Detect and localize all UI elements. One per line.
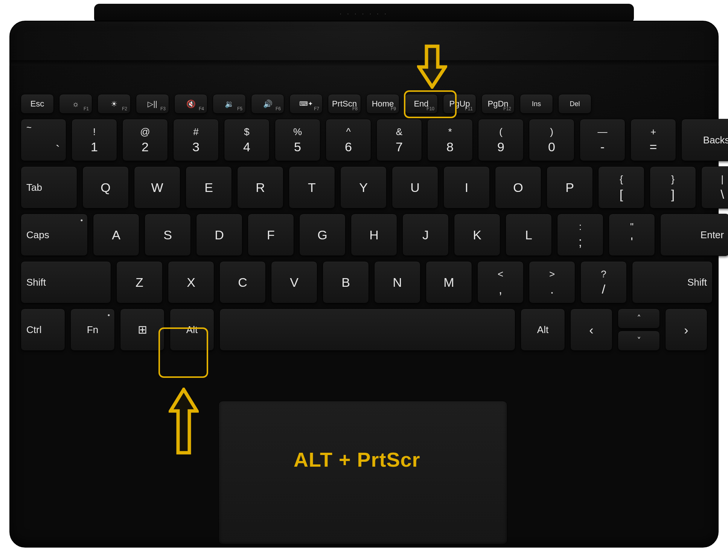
key-d[interactable]: D (196, 214, 242, 256)
key-v[interactable]: V (271, 261, 317, 303)
key-equals[interactable]: += (631, 119, 676, 161)
key-alt-right[interactable]: Alt (521, 309, 565, 351)
key-backtick[interactable]: ~` (21, 119, 66, 161)
key-mute[interactable]: 🔇F4 (174, 94, 207, 114)
key-space[interactable] (219, 309, 515, 351)
annotation-caption: ALT + PrtScr (294, 448, 420, 471)
key-5[interactable]: %5 (275, 119, 320, 161)
row-qwerty: Tab Q W E R T Y U I O P {[ }] |\ (21, 166, 707, 208)
key-c[interactable]: C (219, 261, 266, 303)
key-semicolon[interactable]: :; (557, 214, 603, 256)
key-l[interactable]: L (506, 214, 552, 256)
key-shift-left[interactable]: Shift (21, 261, 111, 303)
key-w[interactable]: W (134, 166, 180, 208)
row-home: Caps• A S D F G H J K L :; "' Enter (21, 214, 707, 256)
key-x[interactable]: X (168, 261, 214, 303)
key-h[interactable]: H (351, 214, 397, 256)
volume-down-icon: 🔉 (225, 100, 234, 108)
row-shift: Shift Z X C V B N M <, >. ?/ Shift (21, 261, 707, 303)
key-7[interactable]: &7 (376, 119, 422, 161)
key-2[interactable]: @2 (122, 119, 168, 161)
key-4[interactable]: $4 (224, 119, 270, 161)
key-caps[interactable]: Caps• (21, 214, 88, 256)
key-8[interactable]: *8 (427, 119, 473, 161)
key-bracket-open[interactable]: {[ (598, 166, 644, 208)
brightness-high-icon: ☀ (111, 100, 117, 108)
key-comma[interactable]: <, (477, 261, 524, 303)
key-y[interactable]: Y (340, 166, 387, 208)
keyboard-keys: Esc ☼F1 ☀F2 ▷||F3 🔇F4 🔉F5 🔊F6 ⌨✦F7 PrtSc… (21, 94, 707, 351)
key-bracket-close[interactable]: }] (650, 166, 696, 208)
chevron-right-icon: › (684, 323, 688, 336)
key-backspace[interactable]: Backspace (681, 119, 728, 161)
row-function: Esc ☼F1 ☀F2 ▷||F3 🔇F4 🔉F5 🔊F6 ⌨✦F7 PrtSc… (21, 94, 707, 114)
key-volume-down[interactable]: 🔉F5 (213, 94, 246, 114)
key-a[interactable]: A (93, 214, 139, 256)
key-g[interactable]: G (299, 214, 346, 256)
key-e[interactable]: E (186, 166, 232, 208)
key-del[interactable]: Del (558, 94, 591, 114)
trackpad[interactable] (218, 401, 507, 545)
key-windows[interactable]: ⊞ (120, 309, 164, 351)
key-period[interactable]: >. (529, 261, 575, 303)
key-alt-left[interactable]: Alt (170, 309, 214, 351)
key-n[interactable]: N (374, 261, 420, 303)
key-ins[interactable]: Ins (520, 94, 553, 114)
key-quote[interactable]: "' (609, 214, 655, 256)
key-arrow-down[interactable]: ˅ (618, 331, 660, 351)
key-arrow-up[interactable]: ˄ (618, 309, 660, 329)
key-3[interactable]: #3 (173, 119, 219, 161)
chevron-up-icon: ˄ (637, 315, 641, 323)
key-backslash[interactable]: |\ (701, 166, 728, 208)
key-brightness-up[interactable]: ☀F2 (97, 94, 131, 114)
key-f[interactable]: F (248, 214, 294, 256)
key-0[interactable]: )0 (529, 119, 574, 161)
key-6[interactable]: ^6 (326, 119, 371, 161)
chevron-left-icon: ‹ (589, 323, 593, 336)
key-pgup[interactable]: PgUpF11 (443, 94, 476, 114)
key-esc[interactable]: Esc (21, 94, 54, 114)
key-m[interactable]: M (426, 261, 472, 303)
key-minus[interactable]: —- (580, 119, 625, 161)
key-s[interactable]: S (145, 214, 191, 256)
volume-up-icon: 🔊 (263, 100, 273, 108)
key-fn[interactable]: Fn• (70, 309, 115, 351)
key-j[interactable]: J (402, 214, 449, 256)
key-tab[interactable]: Tab (21, 166, 77, 208)
key-pgdn[interactable]: PgDnF12 (481, 94, 515, 114)
key-brightness-down[interactable]: ☼F1 (59, 94, 92, 114)
key-p[interactable]: P (547, 166, 593, 208)
key-o[interactable]: O (495, 166, 541, 208)
key-home[interactable]: HomeF9 (366, 94, 399, 114)
key-u[interactable]: U (392, 166, 438, 208)
backlight-icon: ⌨✦ (299, 101, 313, 107)
key-1[interactable]: !1 (72, 119, 117, 161)
row-bottom: Ctrl Fn• ⊞ Alt Alt ‹ ˄ ˅ › (21, 309, 707, 351)
row-numbers: ~` !1 @2 #3 $4 %5 ^6 &7 *8 (9 )0 —- += B… (21, 119, 707, 161)
brightness-low-icon: ☼ (72, 100, 79, 108)
key-t[interactable]: T (289, 166, 335, 208)
key-i[interactable]: I (443, 166, 490, 208)
key-volume-up[interactable]: 🔊F6 (251, 94, 284, 114)
key-k[interactable]: K (454, 214, 500, 256)
key-z[interactable]: Z (116, 261, 163, 303)
canvas: · · · · · · · Esc ☼F1 ☀F2 ▷||F3 🔇F4 🔉F5 … (0, 0, 728, 560)
key-prtscn[interactable]: PrtScnF8 (328, 94, 361, 114)
key-9[interactable]: (9 (478, 119, 524, 161)
key-arrow-updown-stack: ˄ ˅ (618, 309, 660, 351)
key-arrow-right[interactable]: › (665, 309, 707, 351)
key-ctrl[interactable]: Ctrl (21, 309, 65, 351)
key-end[interactable]: EndF10 (405, 94, 438, 114)
connector-dots: · · · · · · · (340, 11, 388, 17)
mute-icon: 🔇 (186, 100, 196, 108)
key-backlight[interactable]: ⌨✦F7 (289, 94, 323, 114)
key-shift-right[interactable]: Shift (632, 261, 713, 303)
key-b[interactable]: B (323, 261, 369, 303)
key-play-pause[interactable]: ▷||F3 (136, 94, 169, 114)
key-enter[interactable]: Enter (660, 214, 728, 256)
key-slash[interactable]: ?/ (580, 261, 627, 303)
key-arrow-left[interactable]: ‹ (570, 309, 612, 351)
key-q[interactable]: Q (82, 166, 129, 208)
key-r[interactable]: R (237, 166, 283, 208)
windows-logo-icon: ⊞ (138, 324, 147, 335)
